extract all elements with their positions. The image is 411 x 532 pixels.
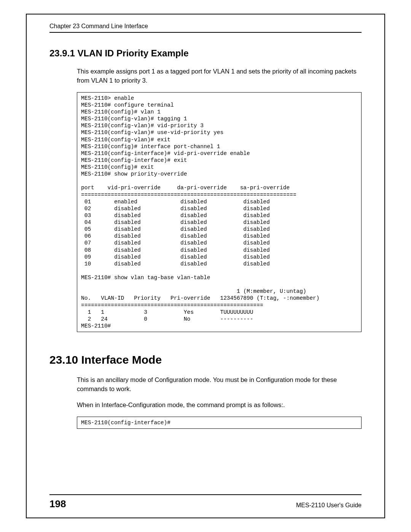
code-block-interface-mode: MES-2110(config-interface)# [77,417,362,429]
guide-title: MES-2110 User's Guide [296,502,362,509]
footer-line: 198 MES-2110 User's Guide [49,498,362,510]
section2-paragraph-1: This is an ancillary mode of Configurati… [77,375,362,394]
page-number: 198 [49,498,66,510]
section-heading-23-10: 23.10 Interface Mode [49,353,362,366]
section-heading-23-9-1: 23.9.1 VLAN ID Priority Example [49,48,362,59]
page-header: Chapter 23 Command Line Interface [49,23,362,33]
section2-paragraph-2: When in Interface-Configuration mode, th… [77,401,362,410]
page-frame: Chapter 23 Command Line Interface 23.9.1… [26,14,385,518]
footer-rule [49,494,362,495]
page-footer: 198 MES-2110 User's Guide [49,494,362,510]
section1-paragraph: This example assigns port 1 as a tagged … [77,67,362,85]
code-block-vlan-example: MES-2110> enable MES-2110# configure ter… [77,92,362,332]
chapter-label: Chapter 23 Command Line Interface [49,23,148,29]
